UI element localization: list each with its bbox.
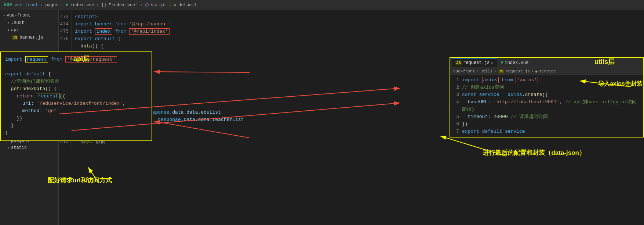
breadcrumb-pages: pages <box>45 3 58 8</box>
breadcrumb-indexvue2: "index.vue" <box>109 3 138 8</box>
bc-js-icon: JS <box>498 69 504 74</box>
url-annotation: 配好请求url和访问方式 <box>48 176 112 185</box>
right-line-6: 6 }) <box>453 121 640 128</box>
right-line-4: 4 baseURL: 'http://localhost:9001', // a… <box>453 99 640 113</box>
left-line-close3: } <box>5 129 147 137</box>
line-474: import banner from '@/api/banner' <box>75 21 644 28</box>
line-515: 请求… 数据 <box>75 138 644 146</box>
right-code-panel: JS request.js ✕ ▼ index.vue vue-front › … <box>450 57 644 138</box>
chevron-icon <box>7 28 10 32</box>
tab-indexvue[interactable]: ▼ index.vue <box>497 59 532 67</box>
bc-service: service <box>539 69 556 74</box>
sidebar-bannerjs-label: banner.js <box>19 35 43 40</box>
breadcrumb-obj: {} <box>101 3 106 8</box>
breadcrumb: vue-front <box>14 3 38 8</box>
left-code-content: import request from '@/utils/request' ex… <box>5 56 147 137</box>
sidebar-api-label: api <box>11 28 19 33</box>
breadcrumb-script: script <box>151 3 167 8</box>
sidebar-static-label: static <box>11 145 27 150</box>
chevron-icon <box>7 21 10 25</box>
vue-logo: VUE <box>4 2 12 8</box>
left-line-method: method: 'get' <box>5 107 147 115</box>
sidebar-item-vue-front[interactable]: vue-front <box>0 12 58 19</box>
sidebar-folder-label: vue-front <box>7 13 30 18</box>
top-bar: VUE vue-front › pages › ▼ index.vue › {}… <box>0 0 644 10</box>
left-code-panel: import request from '@/utils/request' ex… <box>0 51 152 141</box>
panel-breadcrumb: vue-front › utils › JS request.js › ⊙ se… <box>450 68 643 75</box>
vue-icon: ▼ <box>501 60 503 65</box>
line-data: data() {… <box>75 43 644 50</box>
left-line-comment: //查询热门课程和名师 <box>5 78 147 85</box>
tab-requestjs-label: request.js <box>463 60 490 65</box>
tab-requestjs[interactable]: JS request.js ✕ <box>452 58 497 67</box>
axios-annotation: 导入axios并封装 <box>598 80 643 88</box>
js-icon: JS <box>455 60 462 65</box>
left-line-url: url: '/eduservice/indexfront/index', <box>5 100 147 107</box>
js-file-icon: JS <box>12 35 18 40</box>
line-473: <script> <box>75 13 644 21</box>
left-line-close2: } <box>5 122 147 129</box>
sidebar-item-api[interactable]: api <box>0 26 58 34</box>
chevron-icon <box>7 146 10 150</box>
right-line-3: 3 const service = axios.create({ <box>453 91 640 99</box>
breadcrumb-script-icon: ⬡ <box>145 2 149 8</box>
sidebar-item-nuxt[interactable]: .nuxt <box>0 19 58 26</box>
right-line-5: 5 timeout: 20000 // 请求超时时间 <box>453 113 640 121</box>
config-annotation: 进行最后的配置和封装（data-json） <box>483 149 585 157</box>
api-layer-label: api层 <box>73 54 90 63</box>
breadcrumb-indexvue: index.vue <box>70 3 94 8</box>
chevron-icon <box>3 13 5 18</box>
breadcrumb-default: default <box>178 3 197 8</box>
line-475: import index from '@/api/index' <box>75 28 644 35</box>
tab-indexvue-label: index.vue <box>505 60 528 65</box>
left-line-getIndexData: getIndexData() { <box>5 85 147 93</box>
line-data-close: }, <box>75 50 644 57</box>
left-line-export: export default { <box>5 71 147 78</box>
bc-service-icon: ⊙ <box>535 69 538 74</box>
bc-requestjs: request.js <box>506 69 530 74</box>
utils-layer-label: utils层 <box>594 57 615 66</box>
left-line-return: return request({ <box>5 93 147 100</box>
right-line-7: 7 export default service <box>453 128 640 135</box>
bc-vuefront: vue-front <box>453 69 475 74</box>
left-line-close1: }) <box>5 115 147 122</box>
sidebar-item-bannerjs[interactable]: JS banner.js <box>0 34 58 41</box>
line-476: export default { <box>75 35 644 43</box>
breadcrumb-vue-icon: ▼ <box>66 3 68 8</box>
sidebar-item-static[interactable]: static <box>0 144 58 151</box>
close-icon[interactable]: ✕ <box>491 61 493 65</box>
sidebar-nuxt-label: .nuxt <box>11 20 24 25</box>
breadcrumb-default-icon: ⊙ <box>174 2 176 8</box>
bc-utils: utils <box>480 69 492 74</box>
